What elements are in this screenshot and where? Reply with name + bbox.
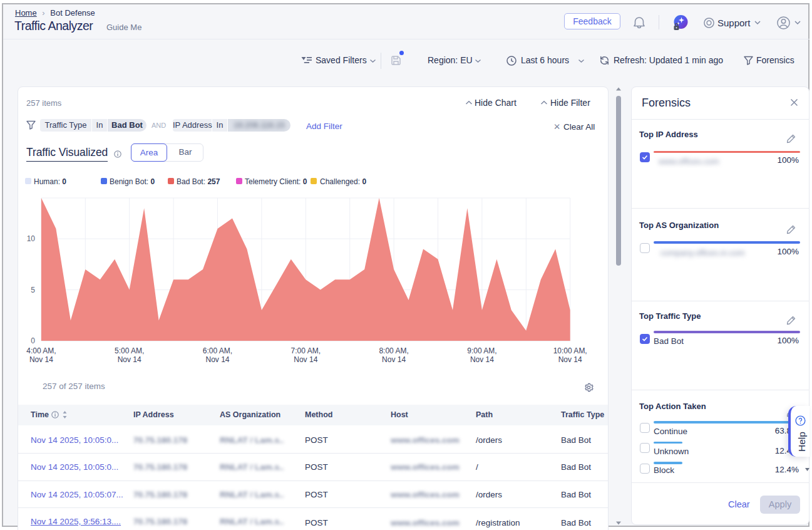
svg-text:6:00 AM,: 6:00 AM, [203,346,232,355]
svg-text:7:00 AM,: 7:00 AM, [291,346,321,355]
svg-text:5: 5 [31,286,35,294]
svg-text:Nov 14: Nov 14 [382,355,406,364]
svg-text:Nov 14: Nov 14 [118,355,141,364]
svg-text:0: 0 [31,336,35,345]
svg-text:Nov 14: Nov 14 [470,355,494,364]
svg-text:Nov 14: Nov 14 [558,355,582,364]
svg-text:10: 10 [27,234,36,243]
svg-text:Nov 14: Nov 14 [205,355,229,364]
svg-text:Nov 14: Nov 14 [29,355,53,364]
svg-text:8:00 AM,: 8:00 AM, [379,346,408,355]
svg-text:4:00 AM,: 4:00 AM, [26,346,56,355]
svg-text:Nov 14: Nov 14 [294,355,317,364]
svg-text:5:00 AM,: 5:00 AM, [115,346,144,355]
svg-text:9:00 AM,: 9:00 AM, [467,346,496,355]
svg-text:10:00 AM,: 10:00 AM, [553,346,587,355]
